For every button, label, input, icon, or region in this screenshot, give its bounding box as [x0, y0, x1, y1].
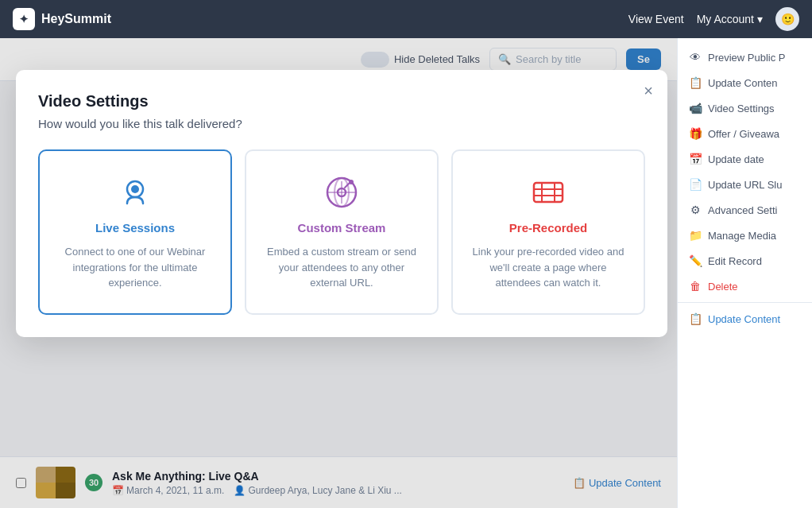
main-layout: Hide Deleted Talks 🔍 Search by title Se …: [0, 38, 812, 508]
chevron-down-icon: ▾: [757, 13, 763, 25]
panel-edit-record-label: Edit Record: [708, 255, 762, 267]
prerecorded-desc: Link your pre-recorded video and we'll c…: [469, 244, 628, 291]
modal-title: Video Settings: [38, 92, 645, 111]
content-area: Hide Deleted Talks 🔍 Search by title Se …: [0, 38, 677, 508]
panel-delete-label: Delete: [708, 281, 738, 293]
offer-icon: 🎁: [689, 127, 702, 140]
logo-icon: ✦: [13, 8, 35, 30]
modal-subtitle: How would you like this talk delivered?: [38, 117, 645, 130]
logo: ✦ HeySummit: [13, 8, 111, 30]
panel-update-content-label: Update Conten: [708, 77, 777, 89]
svg-point-1: [131, 185, 139, 193]
panel-video-settings-label: Video Settings: [708, 103, 775, 114]
panel-update-date[interactable]: 📅 Update date: [678, 146, 812, 172]
folder-icon: 📁: [689, 229, 702, 242]
date-icon: 📅: [689, 153, 702, 165]
panel-preview[interactable]: 👁 Preview Public P: [678, 45, 812, 70]
custom-stream-option[interactable]: Custom Stream Embed a custom stream or s…: [245, 149, 439, 315]
avatar[interactable]: 🙂: [775, 7, 799, 31]
panel-edit-record[interactable]: ✏️ Edit Record: [678, 248, 812, 273]
panel-video-settings[interactable]: 📹 Video Settings: [678, 95, 812, 121]
panel-manage-media-label: Manage Media: [708, 230, 776, 242]
panel-offer-label: Offer / Giveawa: [708, 128, 779, 140]
panel-advanced[interactable]: ⚙ Advanced Setti: [678, 197, 812, 223]
panel-update-url[interactable]: 📄 Update URL Slu: [678, 172, 812, 197]
prerecorded-option[interactable]: Pre-Recorded Link your pre-recorded vide…: [451, 149, 645, 315]
app-name: HeySummit: [41, 12, 111, 26]
custom-stream-title: Custom Stream: [298, 221, 386, 235]
topnav-right: View Event My Account ▾ 🙂: [628, 7, 799, 31]
live-sessions-option[interactable]: Live Sessions Connect to one of our Webi…: [38, 149, 232, 315]
edit-icon: ✏️: [689, 254, 702, 267]
panel-advanced-label: Advanced Setti: [708, 204, 777, 216]
trash-icon: 🗑: [689, 280, 702, 293]
gear-icon: ⚙: [689, 204, 702, 216]
video-icon: 📹: [689, 102, 702, 114]
panel-delete[interactable]: 🗑 Delete: [678, 273, 812, 299]
panel-offer[interactable]: 🎁 Offer / Giveawa: [678, 121, 812, 146]
right-panel: 👁 Preview Public P 📋 Update Conten 📹 Vid…: [677, 38, 812, 508]
panel-update-content-2[interactable]: 📋 Update Content: [678, 306, 812, 332]
svg-rect-9: [534, 183, 563, 202]
live-sessions-desc: Connect to one of our Webinar integratio…: [56, 244, 215, 291]
custom-stream-icon: [323, 173, 361, 211]
update-content-icon: 📋: [689, 76, 702, 89]
panel-update-content[interactable]: 📋 Update Conten: [678, 70, 812, 95]
prerecorded-title: Pre-Recorded: [509, 221, 587, 235]
url-icon: 📄: [689, 178, 702, 191]
video-settings-modal: × Video Settings How would you like this…: [16, 70, 667, 337]
update-content-2-icon: 📋: [689, 312, 702, 325]
panel-update-content-2-label: Update Content: [708, 313, 780, 325]
modal-overlay: × Video Settings How would you like this…: [0, 38, 677, 508]
my-account-menu[interactable]: My Account ▾: [697, 13, 763, 25]
modal-close-button[interactable]: ×: [644, 83, 653, 99]
panel-update-date-label: Update date: [708, 153, 764, 165]
eye-icon: 👁: [689, 51, 702, 64]
svg-point-8: [349, 180, 354, 184]
panel-preview-label: Preview Public P: [708, 52, 786, 64]
panel-manage-media[interactable]: 📁 Manage Media: [678, 223, 812, 248]
my-account-label: My Account: [697, 13, 754, 25]
prerecorded-icon: [529, 173, 567, 211]
top-navigation: ✦ HeySummit View Event My Account ▾ 🙂: [0, 0, 812, 38]
panel-divider: [678, 302, 812, 303]
panel-update-url-label: Update URL Slu: [708, 179, 782, 191]
live-sessions-title: Live Sessions: [95, 221, 175, 235]
live-sessions-icon: [116, 173, 154, 211]
custom-stream-desc: Embed a custom stream or send your atten…: [262, 244, 421, 291]
view-event-link[interactable]: View Event: [628, 13, 684, 25]
delivery-options-grid: Live Sessions Connect to one of our Webi…: [38, 149, 645, 315]
